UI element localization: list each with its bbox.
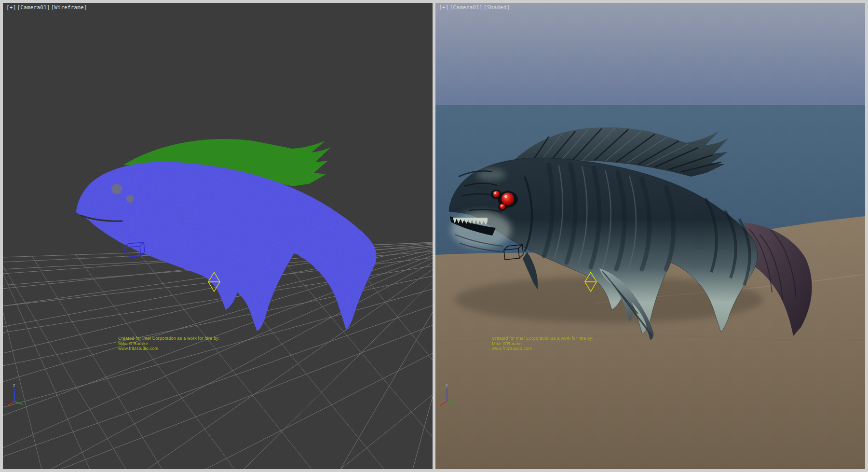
viewport-label-wireframe: [+] [Camera01] [Wireframe] bbox=[6, 5, 87, 11]
axis-y-line bbox=[14, 402, 23, 404]
viewport-menu-general[interactable]: [+] bbox=[439, 5, 448, 11]
axis-y-line bbox=[447, 402, 455, 404]
fish-wireframe-object[interactable] bbox=[76, 139, 376, 331]
wireframe-scene-canvas[interactable] bbox=[3, 3, 433, 469]
viewport-label-shaded: [+] [Camera01] [Shaded] bbox=[439, 5, 510, 11]
world-axis-tripod: z bbox=[439, 382, 461, 409]
viewport-menu-pov[interactable]: [Camera01] bbox=[17, 5, 50, 11]
credit-line-3: www.fritzstudio.com bbox=[118, 346, 220, 351]
viewport-menu-pov[interactable]: [Camera01] bbox=[449, 5, 482, 11]
scene-credit-text: Created for Intel Corporation as a work … bbox=[492, 336, 594, 351]
credit-line-2: Mike O'Rourke bbox=[492, 341, 594, 347]
viewport-wireframe[interactable]: [+] [Camera01] [Wireframe] bbox=[3, 3, 433, 469]
axis-x-line bbox=[440, 402, 447, 405]
axis-x-line bbox=[8, 402, 14, 405]
viewport-area: [+] [Camera01] [Wireframe] bbox=[0, 0, 868, 472]
world-axis-tripod: z bbox=[7, 382, 29, 409]
axis-z-label: z bbox=[13, 383, 15, 388]
credit-line-2: Mike O'Rourke bbox=[118, 341, 220, 347]
credit-line-1: Created for Intel Corporation as a work … bbox=[118, 336, 220, 341]
viewport-menu-shading[interactable]: [Wireframe] bbox=[51, 5, 87, 11]
viewport-shaded[interactable]: [+] [Camera01] [Shaded] bbox=[435, 3, 865, 469]
shaded-scene-canvas[interactable] bbox=[435, 3, 865, 469]
axis-z-label: z bbox=[445, 383, 448, 388]
scene-credit-text: Created for Intel Corporation as a work … bbox=[118, 336, 220, 351]
viewport-menu-shading[interactable]: [Shaded] bbox=[484, 5, 510, 11]
credit-line-3: www.fritzstudio.com bbox=[492, 346, 594, 351]
credit-line-1: Created for Intel Corporation as a work … bbox=[492, 336, 594, 341]
viewport-menu-general[interactable]: [+] bbox=[6, 5, 16, 11]
sky bbox=[435, 3, 865, 105]
